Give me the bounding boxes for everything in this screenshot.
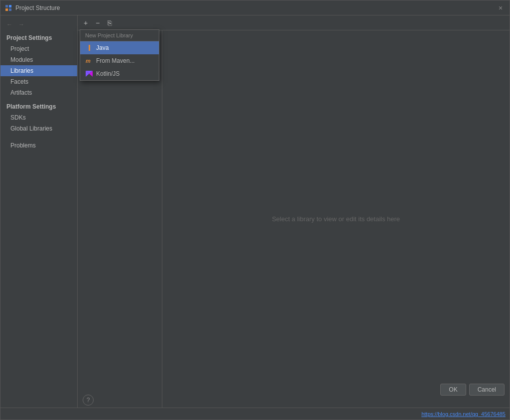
library-placeholder-text: Select a library to view or edit its det… (272, 215, 400, 223)
toolbar: + − ⎘ New Project Library (78, 15, 510, 30)
svg-rect-1 (9, 5, 11, 7)
svg-rect-0 (5, 5, 8, 7)
close-button[interactable]: × (496, 3, 506, 13)
project-structure-window: Project Structure × ← → Project Settings… (0, 0, 510, 420)
ok-button[interactable]: OK (440, 384, 466, 396)
project-settings-header: Project Settings (0, 32, 77, 43)
dropdown-item-maven[interactable]: m From Maven... (80, 54, 159, 67)
status-link[interactable]: https://blog.csdn.net/qq_45676485 (421, 411, 506, 417)
dropdown-header: New Project Library (80, 30, 159, 41)
back-arrow[interactable]: ← (4, 19, 14, 29)
java-icon (85, 44, 93, 52)
status-bar: https://blog.csdn.net/qq_45676485 (0, 408, 510, 420)
svg-rect-3 (9, 8, 11, 11)
panel-area: + − ⎘ New Project Library (78, 15, 510, 408)
svg-text:m: m (86, 58, 91, 64)
platform-settings-header: Platform Settings (0, 101, 77, 112)
main-content: ← → Project Settings Project Modules Lib… (0, 15, 510, 408)
app-icon (4, 4, 12, 12)
maven-icon: m (85, 57, 93, 65)
sidebar-item-libraries[interactable]: Libraries (0, 65, 77, 76)
remove-button[interactable]: − (92, 17, 103, 28)
ok-cancel-area: OK Cancel (440, 384, 505, 396)
sidebar-item-problems[interactable]: Problems (0, 140, 77, 151)
nav-arrows: ← → (0, 19, 77, 29)
dropdown-item-java[interactable]: Java (80, 41, 159, 54)
library-list-panel: Nothing to show (78, 30, 162, 408)
forward-arrow[interactable]: → (16, 19, 26, 29)
dropdown-item-kotlin[interactable]: Kotlin/JS (80, 67, 159, 80)
title-bar-text: Project Structure (15, 4, 496, 11)
sidebar-item-sdks[interactable]: SDKs (0, 112, 77, 123)
copy-button[interactable]: ⎘ (104, 17, 115, 28)
cancel-button[interactable]: Cancel (469, 384, 505, 396)
sidebar-item-artifacts[interactable]: Artifacts (0, 87, 77, 98)
title-bar: Project Structure × (0, 0, 510, 15)
library-details-panel: Select a library to view or edit its det… (162, 30, 510, 408)
help-button[interactable]: ? (83, 395, 94, 406)
sidebar-item-project[interactable]: Project (0, 43, 77, 54)
add-button[interactable]: + (80, 17, 91, 28)
sidebar: ← → Project Settings Project Modules Lib… (0, 15, 78, 408)
svg-rect-2 (5, 8, 8, 11)
sidebar-item-global-libraries[interactable]: Global Libraries (0, 123, 77, 134)
panel-content: Nothing to show Select a library to view… (78, 30, 510, 408)
kotlin-icon (85, 70, 93, 78)
new-library-dropdown: New Project Library Java (80, 29, 159, 81)
sidebar-item-facets[interactable]: Facets (0, 76, 77, 87)
sidebar-item-modules[interactable]: Modules (0, 54, 77, 65)
